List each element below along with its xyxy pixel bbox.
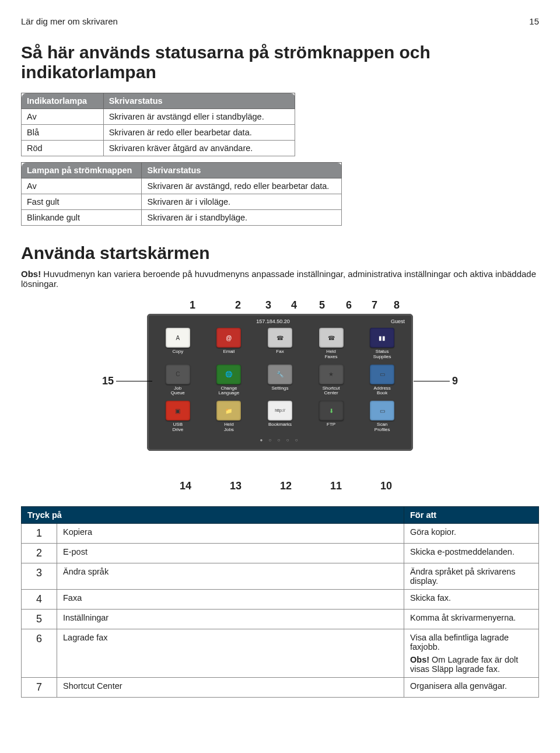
ftp-icon: ⬇ xyxy=(319,401,344,421)
action-name: Shortcut Center xyxy=(57,677,404,697)
action-num: 1 xyxy=(22,523,57,543)
tile-label: Email xyxy=(206,349,252,355)
tile-label: Fax xyxy=(257,349,303,355)
action-name: Ändra språk xyxy=(57,563,404,589)
t1-r1c1: Skrivaren är redo eller bearbetar data. xyxy=(103,125,295,141)
tile-usb-drive[interactable]: ▣USBDrive xyxy=(155,401,201,433)
tile-email[interactable]: @Email xyxy=(206,328,252,360)
header-right: 15 xyxy=(529,16,539,26)
action-name: Inställningar xyxy=(57,609,404,629)
note-bold: Obs! xyxy=(21,269,41,279)
status-icon: ▮▮ xyxy=(370,328,394,348)
scan-icon: ▭ xyxy=(370,401,394,421)
copy-icon: A xyxy=(166,328,190,348)
th-indikatorlampa: Indikatorlampa xyxy=(22,93,104,109)
tile-label: Settings xyxy=(257,386,303,391)
top-callouts: 1 2 3 4 5 6 7 8 xyxy=(190,299,458,311)
action-desc: Komma åt skrivarmenyerna. xyxy=(404,609,539,629)
bottom-leaders xyxy=(160,451,411,466)
actions-table: Tryck på För att 1KopieraGöra kopior.2E-… xyxy=(21,506,539,698)
tile-ftp[interactable]: ⬇FTP xyxy=(309,401,354,433)
tile-label: FTP xyxy=(309,422,354,428)
callout-4: 4 xyxy=(291,299,297,311)
book-icon: http:// xyxy=(268,401,292,421)
action-desc: Skicka fax. xyxy=(404,589,539,609)
action-num: 2 xyxy=(22,543,57,563)
power-button-lamp-table: Lampan på strömknappen Skrivarstatus AvS… xyxy=(21,162,342,226)
callout-8: 8 xyxy=(394,299,400,311)
screen-ip: 157.184.50.20 xyxy=(256,318,290,324)
printer-touchscreen: 157.184.50.20 Guest ACopy@Email☎Fax☎Held… xyxy=(147,314,413,451)
section-heading: Använda startskärmen xyxy=(21,243,539,263)
t2-r2c1: Skrivaren är i standbyläge. xyxy=(142,210,342,226)
action-desc: Organisera alla genvägar. xyxy=(404,677,539,697)
action-num: 7 xyxy=(22,677,57,697)
tile-label: USBDrive xyxy=(155,422,201,433)
indicator-lamp-table: Indikatorlampa Skrivarstatus AvSkrivaren… xyxy=(21,93,295,156)
t2-r2c0: Blinkande gult xyxy=(22,210,142,226)
callout-5: 5 xyxy=(319,299,325,311)
action-name: Faxa xyxy=(57,589,404,609)
tile-job-queue[interactable]: CJobQueue xyxy=(155,365,201,397)
callout-2: 2 xyxy=(235,299,241,311)
t1-r0c0: Av xyxy=(22,109,104,125)
shortcut-icon: ★ xyxy=(319,365,344,384)
leader-right xyxy=(414,381,450,381)
callout-6: 6 xyxy=(346,299,352,311)
leader-left xyxy=(116,381,152,381)
tile-label: Copy xyxy=(155,349,201,355)
jobq-icon: C xyxy=(166,365,190,384)
t2-r0c1: Skrivaren är avstängd, redo eller bearbe… xyxy=(142,178,342,194)
callout-15: 15 xyxy=(102,375,114,387)
bottom-callouts: 14 13 12 11 10 xyxy=(160,480,411,492)
tile-copy[interactable]: ACopy xyxy=(155,328,201,360)
note-paragraph: Obs! Huvudmenyn kan variera beroende på … xyxy=(21,269,539,289)
callout-3: 3 xyxy=(265,299,271,311)
action-name: Lagrade fax xyxy=(57,629,404,677)
held-icon: ☎ xyxy=(319,328,344,348)
tile-label: HeldJobs xyxy=(206,422,252,433)
tile-label: Bookmarks xyxy=(257,422,303,428)
tile-label: AddressBook xyxy=(359,386,405,397)
action-num: 3 xyxy=(22,563,57,589)
tile-address-book[interactable]: ▭AddressBook xyxy=(359,365,405,397)
action-name: Kopiera xyxy=(57,523,404,543)
set-icon: 🔧 xyxy=(268,365,292,384)
tile-shortcut-center[interactable]: ★ShortcutCenter xyxy=(309,365,354,397)
th-for-att: För att xyxy=(404,506,539,523)
t1-r2c0: Röd xyxy=(22,141,104,156)
t1-r0c1: Skrivaren är avstängd eller i standbyläg… xyxy=(103,109,295,125)
tile-scan-profiles[interactable]: ▭ScanProfiles xyxy=(359,401,405,433)
tile-label: HeldFaxes xyxy=(309,349,354,360)
page-title: Så här används statusarna på strömknappe… xyxy=(21,43,539,82)
tile-held-faxes[interactable]: ☎HeldFaxes xyxy=(309,328,354,360)
tile-bookmarks[interactable]: http://Bookmarks xyxy=(257,401,303,433)
tile-label: ChangeLanguage xyxy=(206,386,252,397)
tile-change-language[interactable]: 🌐ChangeLanguage xyxy=(206,365,252,397)
action-name: E-post xyxy=(57,543,404,563)
t1-r2c1: Skrivaren kräver åtgärd av användare. xyxy=(103,141,295,156)
addr-icon: ▭ xyxy=(370,365,394,384)
action-desc: Göra kopior. xyxy=(404,523,539,543)
t2-r1c1: Skrivaren är i viloläge. xyxy=(142,194,342,210)
note-text: Huvudmenyn kan variera beroende på huvud… xyxy=(21,269,536,289)
tile-held-jobs[interactable]: 📁HeldJobs xyxy=(206,401,252,433)
lang-icon: 🌐 xyxy=(216,365,241,384)
tile-fax[interactable]: ☎Fax xyxy=(257,328,303,360)
t2-r0c0: Av xyxy=(22,178,142,194)
action-num: 5 xyxy=(22,609,57,629)
callout-10: 10 xyxy=(380,480,392,492)
action-desc: Visa alla befintliga lagrade faxjobb.Obs… xyxy=(404,629,539,677)
callout-13: 13 xyxy=(230,480,242,492)
email-icon: @ xyxy=(216,328,241,348)
callout-9: 9 xyxy=(452,375,458,387)
tile-label: JobQueue xyxy=(155,386,201,397)
callout-11: 11 xyxy=(330,480,342,492)
tile-status-supplies[interactable]: ▮▮StatusSupplies xyxy=(359,328,405,360)
callout-12: 12 xyxy=(280,480,292,492)
action-desc: Ändra språket på skrivarens display. xyxy=(404,563,539,589)
tile-settings[interactable]: 🔧Settings xyxy=(257,365,303,397)
callout-1: 1 xyxy=(190,299,195,311)
tile-label: ScanProfiles xyxy=(359,422,405,433)
th-skrivarstatus1: Skrivarstatus xyxy=(103,93,295,109)
